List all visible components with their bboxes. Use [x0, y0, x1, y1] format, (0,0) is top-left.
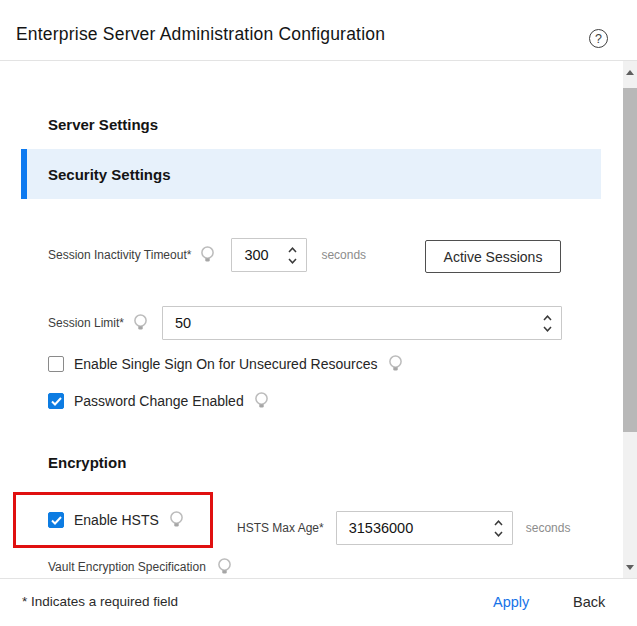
annotation-highlight-box: Enable HSTS: [13, 492, 213, 548]
hsts-max-age-spinner[interactable]: [490, 520, 512, 537]
password-change-checkbox[interactable]: [48, 393, 64, 409]
header-divider: [0, 60, 637, 61]
back-button[interactable]: Back: [573, 594, 605, 610]
session-limit-label: Session Limit*: [48, 316, 124, 330]
session-timeout-unit: seconds: [321, 248, 366, 262]
scrollbar-track[interactable]: [623, 61, 637, 578]
session-limit-inputbox: [162, 306, 562, 340]
check-icon: [51, 516, 62, 525]
enable-hsts-label: Enable HSTS: [74, 512, 159, 528]
tab-security-settings-label: Security Settings: [48, 166, 171, 183]
enable-hsts-checkbox[interactable]: [48, 512, 64, 528]
sso-row: Enable Single Sign On for Unsecured Reso…: [48, 353, 403, 375]
hsts-max-age-input[interactable]: [337, 520, 457, 536]
active-sessions-button[interactable]: Active Sessions: [425, 240, 561, 273]
session-timeout-spinner[interactable]: [284, 247, 306, 264]
session-timeout-input[interactable]: [232, 247, 274, 263]
chevron-up-icon[interactable]: [494, 520, 503, 526]
chevron-down-icon[interactable]: [288, 258, 297, 264]
lightbulb-icon[interactable]: [200, 245, 215, 265]
session-limit-row: Session Limit*: [48, 306, 562, 340]
scrollbar-thumb[interactable]: [623, 88, 637, 432]
scrollbar-down-button[interactable]: [623, 556, 637, 578]
help-icon[interactable]: ?: [589, 29, 608, 48]
hsts-max-age-label: HSTS Max Age*: [237, 521, 324, 535]
vault-encryption-row: Vault Encryption Specification: [48, 556, 232, 578]
scrollbar-up-button[interactable]: [623, 61, 637, 83]
sso-label: Enable Single Sign On for Unsecured Reso…: [74, 356, 378, 372]
encryption-heading: Encryption: [48, 454, 126, 471]
vault-encryption-label: Vault Encryption Specification: [48, 560, 206, 574]
triangle-down-icon: [626, 565, 634, 570]
session-limit-input[interactable]: [163, 315, 539, 331]
lightbulb-icon[interactable]: [217, 557, 232, 577]
chevron-down-icon[interactable]: [494, 531, 503, 537]
sso-checkbox[interactable]: [48, 356, 64, 372]
enable-hsts-row: Enable HSTS: [48, 509, 184, 531]
required-field-note: * Indicates a required field: [22, 594, 178, 609]
session-timeout-row: Session Inactivity Timeout* seconds: [48, 238, 366, 272]
active-tab-indicator-bar: [21, 149, 27, 199]
session-timeout-label: Session Inactivity Timeout*: [48, 248, 191, 262]
chevron-up-icon[interactable]: [543, 315, 552, 321]
check-icon: [51, 397, 62, 406]
password-change-row: Password Change Enabled: [48, 390, 269, 412]
chevron-down-icon[interactable]: [543, 326, 552, 332]
lightbulb-icon[interactable]: [133, 313, 148, 333]
page-title: Enterprise Server Administration Configu…: [16, 24, 385, 45]
lightbulb-icon[interactable]: [254, 391, 269, 411]
chevron-up-icon[interactable]: [288, 247, 297, 253]
lightbulb-icon[interactable]: [169, 510, 184, 530]
triangle-up-icon: [626, 70, 634, 75]
lightbulb-icon[interactable]: [388, 354, 403, 374]
session-limit-spinner[interactable]: [539, 315, 561, 332]
enterprise-server-admin-dialog: Enterprise Server Administration Configu…: [0, 0, 637, 626]
hsts-max-age-inputbox: [336, 511, 513, 545]
session-timeout-inputbox: [231, 238, 307, 272]
hsts-max-age-unit: seconds: [526, 521, 571, 535]
password-change-label: Password Change Enabled: [74, 393, 244, 409]
footer-divider: [0, 578, 637, 579]
apply-button[interactable]: Apply: [493, 594, 529, 610]
tab-security-settings[interactable]: Security Settings: [21, 149, 601, 199]
tab-server-settings[interactable]: Server Settings: [48, 116, 158, 133]
hsts-max-age-row: HSTS Max Age* seconds: [237, 511, 570, 545]
